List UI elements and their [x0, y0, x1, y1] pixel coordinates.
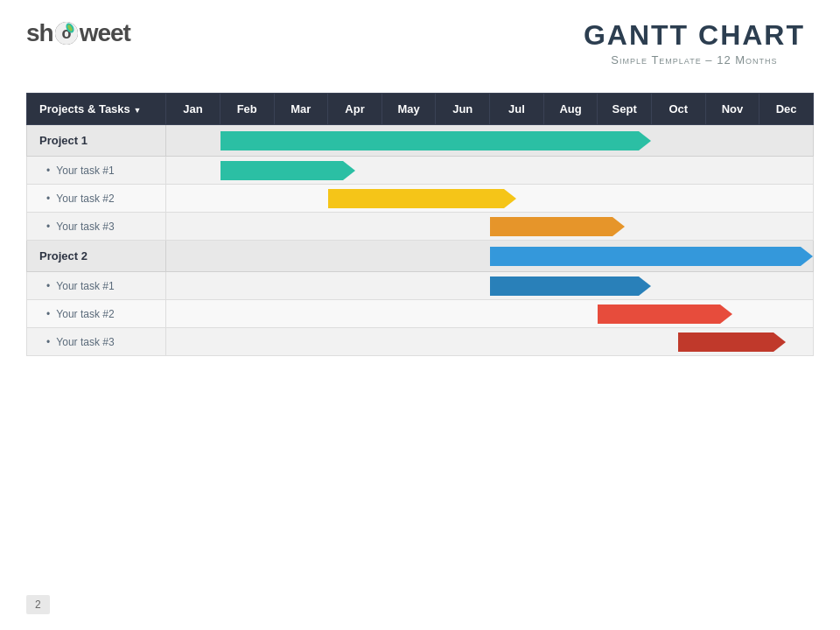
task-row-p2-t1: • Your task #1 — [27, 272, 814, 300]
task-row-p2-t2: • Your task #2 — [27, 300, 814, 328]
col-header-aug: Aug — [543, 94, 598, 125]
project-row-1: Project 1 — [27, 125, 814, 157]
col-header-dec: Dec — [760, 94, 814, 125]
task-row-p1-t2: • Your task #2 — [27, 185, 814, 213]
project-label-1: Project 1 — [27, 125, 166, 157]
task-bar-p2-t1 — [166, 272, 814, 300]
task-bar-p2-t2 — [166, 300, 814, 328]
logo-text-1: sh — [26, 19, 53, 47]
task-label-p2-t3: • Your task #3 — [27, 328, 166, 356]
col-header-may: May — [382, 94, 436, 125]
col-header-apr: Apr — [328, 94, 382, 125]
project-row-2: Project 2 — [27, 241, 814, 272]
page-number: 2 — [26, 595, 50, 614]
task-row-p1-t3: • Your task #3 — [27, 213, 814, 241]
col-header-nov: Nov — [705, 94, 760, 125]
col-header-jan: Jan — [166, 94, 220, 125]
task-row-p1-t1: • Your task #1 — [27, 157, 814, 185]
sub-title: Simple Template – 12 Months — [584, 53, 805, 66]
header: sh o weet Gantt Chart Simple Template – … — [0, 0, 840, 75]
task-bar-p2-t3 — [166, 328, 814, 356]
col-header-sept: Sept — [598, 94, 652, 125]
task-label-p2-t2: • Your task #2 — [27, 300, 166, 328]
logo-icon: o — [54, 21, 79, 46]
task-bar-p1-t2 — [166, 185, 814, 213]
task-bar-p1-t1 — [166, 157, 814, 185]
title-block: Gantt Chart Simple Template – 12 Months — [584, 19, 805, 66]
col-header-mar: Mar — [274, 94, 328, 125]
task-label-p1-t3: • Your task #3 — [27, 213, 166, 241]
task-row-p2-t3: • Your task #3 — [27, 328, 814, 356]
main-title: Gantt Chart — [584, 19, 805, 52]
col-header-feb: Feb — [220, 94, 274, 125]
gantt-wrapper: Projects & Tasks ▼JanFebMarAprMayJunJulA… — [26, 93, 814, 356]
logo: sh o weet — [26, 19, 130, 47]
project-bar-2 — [166, 241, 814, 272]
task-label-p2-t1: • Your task #1 — [27, 272, 166, 300]
task-label-p1-t2: • Your task #2 — [27, 185, 166, 213]
project-bar-1 — [166, 125, 814, 157]
gantt-table: Projects & Tasks ▼JanFebMarAprMayJunJulA… — [26, 93, 814, 356]
col-header-jun: Jun — [436, 94, 490, 125]
task-bar-p1-t3 — [166, 213, 814, 241]
logo-text-2: weet — [80, 19, 130, 47]
col-header-projects: Projects & Tasks ▼ — [27, 94, 166, 125]
project-label-2: Project 2 — [27, 241, 166, 272]
task-label-p1-t1: • Your task #1 — [27, 157, 166, 185]
col-header-jul: Jul — [490, 94, 544, 125]
col-header-oct: Oct — [652, 94, 706, 125]
